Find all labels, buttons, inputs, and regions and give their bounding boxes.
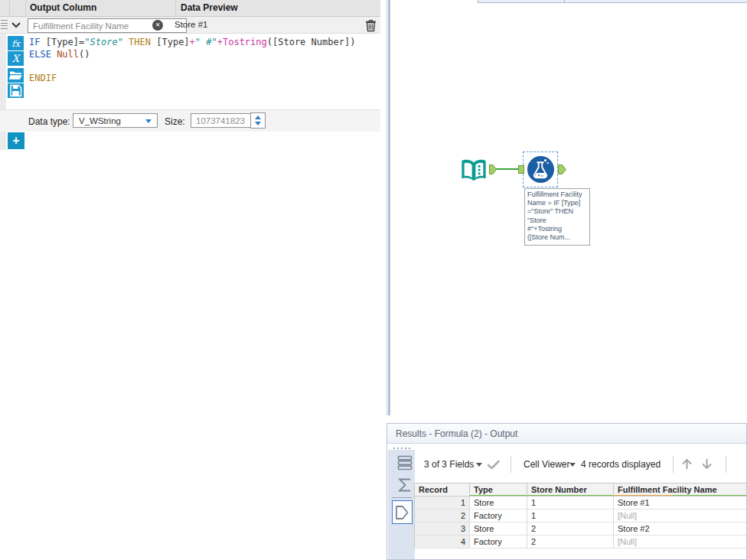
anchor-strip-divider: [392, 497, 412, 498]
table-cell[interactable]: Store: [470, 497, 527, 510]
table-row: 1Store1Store #1: [415, 497, 747, 510]
open-folder-icon: [8, 68, 24, 83]
table-cell[interactable]: 4: [415, 536, 470, 549]
data-preview-value: Store #1: [175, 20, 207, 29]
data-type-label: Data type:: [28, 116, 70, 127]
save-floppy-icon: [8, 83, 24, 98]
dropdown-caret-icon: [145, 119, 152, 123]
add-expression-button[interactable]: +: [8, 132, 24, 149]
input-anchor-icon: [396, 477, 413, 493]
delete-expression-icon[interactable]: [365, 19, 377, 32]
data-preview-header: Data Preview: [176, 0, 380, 16]
down-arrow-icon: [700, 457, 713, 470]
stepper-down-icon[interactable]: [255, 122, 261, 125]
column-header-fulfillment-facility-name[interactable]: Fulfillment Facility Name: [614, 483, 747, 497]
alteryx-designer-window: Output Column Data Preview ✕ Store #1 fx…: [0, 0, 747, 560]
table-cell[interactable]: 2: [527, 536, 614, 549]
table-cell[interactable]: [Null]: [614, 536, 747, 549]
data-type-row: Data type: V_WString Size:: [0, 109, 380, 132]
results-panel: Results - Formula (2) - Output 3 of 3 Fi…: [387, 423, 747, 560]
row-drag-handle-icon[interactable]: [1, 20, 8, 29]
table-cell[interactable]: 2: [527, 523, 614, 536]
formula-code-line[interactable]: ENDIF: [29, 73, 355, 85]
table-row: 4Factory2[Null]: [415, 536, 747, 549]
annotation-line: "Store: [527, 217, 589, 225]
table-cell[interactable]: 3: [415, 523, 470, 536]
editor-gutter: [0, 34, 6, 150]
input-anchor-button[interactable]: [396, 477, 413, 493]
table-row: 2Factory1[Null]: [415, 510, 747, 523]
annotation-line: Fulfillment Facility: [527, 190, 589, 199]
insert-function-button[interactable]: fx: [8, 36, 24, 50]
formula-output-anchor[interactable]: [558, 164, 566, 174]
scroll-down-button[interactable]: [700, 457, 713, 470]
table-cell[interactable]: Factory: [470, 510, 527, 523]
annotation-line: #"+Tostring: [527, 225, 589, 233]
column-header-type[interactable]: Type: [470, 483, 527, 497]
data-quality-bar: [527, 495, 613, 497]
records-displayed-label: 4 records displayed: [581, 459, 661, 470]
text-input-tool[interactable]: [459, 156, 488, 185]
formula-code-line[interactable]: IF [Type]="Store" THEN [Type]+" #"+Tostr…: [29, 37, 355, 49]
connection-line[interactable]: [496, 168, 520, 170]
annotation-line: ="Store" THEN: [527, 207, 589, 216]
tool-annotation[interactable]: Fulfillment FacilityName = IF [Type]="St…: [524, 188, 590, 246]
column-header-record[interactable]: Record: [415, 483, 470, 497]
toolbar-separator: [673, 456, 674, 473]
table-cell[interactable]: 1: [527, 497, 614, 510]
table-cell[interactable]: 1: [415, 497, 470, 510]
data-quality-bar: [470, 495, 527, 497]
stepper-up-icon[interactable]: [255, 116, 261, 119]
grip-column-header: [0, 0, 10, 16]
formula-flask-icon: [527, 156, 554, 183]
size-label: Size:: [165, 116, 185, 127]
table-cell[interactable]: Store: [470, 523, 527, 536]
apply-checkmark-button[interactable]: [487, 460, 501, 470]
panel-splitter-line: [388, 0, 390, 415]
cell-viewer-caret-icon[interactable]: [569, 463, 576, 467]
data-quality-bar: [614, 495, 747, 497]
table-cell[interactable]: Store #2: [614, 523, 747, 536]
table-cell[interactable]: [Null]: [614, 510, 747, 523]
chevron-down-icon[interactable]: [11, 21, 21, 29]
formula-code-line[interactable]: ELSE Null(): [29, 49, 355, 61]
formula-input-anchor[interactable]: [518, 165, 524, 174]
canvas-tab-strip: [478, 0, 747, 3]
checkmark-icon: [487, 460, 501, 470]
toolbar-drag-handle[interactable]: [393, 448, 410, 449]
data-type-select[interactable]: V_WString: [73, 113, 158, 128]
table-row: 3Store2Store #2: [415, 523, 747, 536]
toolbar-separator: [726, 456, 726, 473]
annotation-line: Name = IF [Type]: [527, 199, 589, 207]
text-input-book-icon: [459, 156, 488, 185]
size-input[interactable]: [191, 113, 253, 128]
output-anchor-button[interactable]: [392, 500, 413, 524]
table-view-button[interactable]: [396, 454, 413, 471]
column-header-store-number[interactable]: Store Number: [527, 483, 614, 497]
table-view-icon: [396, 454, 413, 471]
table-cell[interactable]: Factory: [470, 536, 527, 549]
formula-expression-editor[interactable]: IF [Type]="Store" THEN [Type]+" #"+Tostr…: [29, 37, 355, 84]
table-cell[interactable]: 2: [415, 510, 470, 523]
fx-icon: fx: [11, 38, 20, 49]
expand-column-header: [10, 0, 26, 16]
clear-output-name-icon[interactable]: ✕: [152, 20, 163, 31]
insert-variable-button[interactable]: X: [8, 51, 24, 66]
size-stepper[interactable]: [250, 112, 266, 129]
cell-viewer-dropdown[interactable]: Cell Viewer: [524, 459, 569, 470]
annotation-line: ([Store Num...: [527, 233, 589, 242]
formula-code-line[interactable]: [29, 60, 355, 73]
table-cell[interactable]: Store #1: [614, 497, 747, 510]
toolbar-separator: [511, 456, 511, 473]
scroll-up-button[interactable]: [680, 457, 693, 470]
formula-grid-header: Output Column Data Preview: [0, 0, 380, 17]
open-expression-button[interactable]: [8, 68, 24, 83]
save-expression-button[interactable]: [8, 83, 24, 98]
results-data-grid: RecordTypeStore NumberFulfillment Facili…: [414, 483, 747, 549]
fields-dropdown[interactable]: 3 of 3 Fields: [424, 459, 474, 470]
fields-caret-icon[interactable]: [476, 463, 482, 467]
table-cell[interactable]: 1: [527, 510, 614, 523]
data-type-value: V_WString: [79, 116, 121, 125]
output-anchor-icon: [394, 504, 410, 521]
formula-tool[interactable]: [527, 156, 554, 183]
